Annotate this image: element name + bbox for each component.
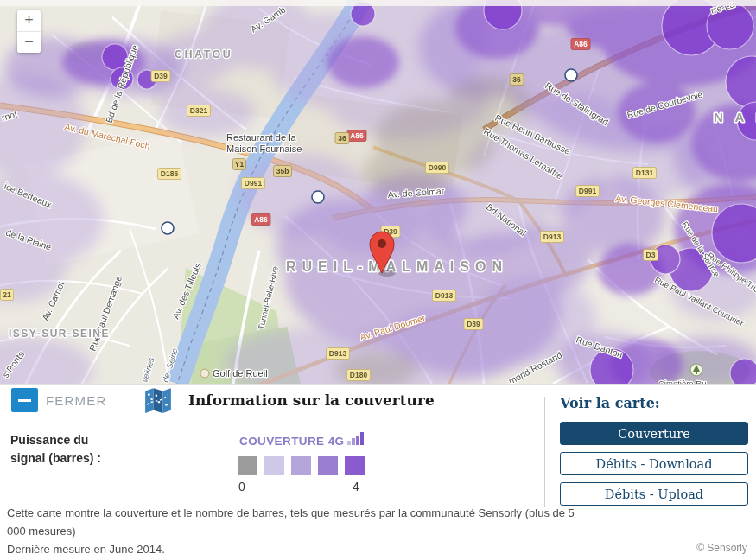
svg-text:A86: A86 [254, 215, 268, 224]
svg-text:21: 21 [3, 290, 11, 299]
minus-icon [18, 399, 31, 402]
coverage-description: Cette carte montre la couverture et le n… [7, 504, 575, 558]
svg-text:D991: D991 [245, 179, 263, 188]
copyright-notice: © Sensorly [696, 542, 747, 554]
description-line-3: Dernière mesure en June 2014. [7, 540, 575, 558]
tree-icon [690, 364, 702, 376]
svg-text:D3: D3 [646, 251, 656, 259]
golf-poi-icon [200, 369, 209, 378]
legend-swatch-3 [318, 456, 338, 475]
legend-swatch-0 [238, 456, 257, 475]
legend-swatch-2 [291, 456, 311, 475]
zoom-in-button[interactable]: + [17, 10, 41, 31]
coverage-legend [238, 456, 365, 475]
svg-text:D39: D39 [467, 320, 480, 328]
map-top-strip [0, 0, 756, 6]
svg-text:36: 36 [338, 134, 346, 143]
svg-text:D913: D913 [435, 291, 454, 300]
close-panel-label[interactable]: FERMER [46, 393, 107, 408]
svg-text:Y1: Y1 [235, 160, 245, 169]
map-zoom-control: + − [17, 10, 41, 53]
description-line-1: Cette carte montre la couverture et le n… [7, 504, 575, 522]
sensorly-coverage-screen: D39 D321 D186 D991 35b A86 D990 36 A86 D… [0, 0, 756, 560]
n-road-badge [162, 222, 174, 234]
svg-text:D913: D913 [329, 349, 347, 358]
zoom-out-button[interactable]: − [17, 31, 41, 53]
svg-text:RUEIL-MALMAISON: RUEIL-MALMAISON [286, 259, 508, 274]
debits-download-button[interactable]: Débits - Download [560, 452, 748, 475]
map-type-sidebar: Voir la carte: Couverture Débits - Downl… [560, 395, 748, 506]
signal-bars-icon [347, 432, 364, 445]
svg-text:36: 36 [512, 75, 521, 84]
svg-text:D990: D990 [429, 163, 447, 172]
svg-text:D991: D991 [579, 187, 597, 195]
svg-text:CHATOU: CHATOU [175, 48, 232, 60]
svg-text:Restaurant de la: Restaurant de la [226, 132, 297, 143]
map-canvas: D39 D321 D186 D991 35b A86 D990 36 A86 D… [0, 0, 756, 384]
panel-title: Information sur la couverture [188, 391, 435, 409]
svg-text:D913: D913 [543, 232, 562, 241]
description-line-2: 000 mesures) [7, 522, 575, 540]
legend-title: COUVERTURE 4G [239, 435, 344, 448]
couverture-button[interactable]: Couverture [560, 422, 748, 445]
vertical-divider [544, 397, 545, 507]
legend-swatch-1 [264, 456, 284, 475]
coverage-info-panel: FERMER Information sur la couverture Pui… [0, 384, 756, 560]
svg-text:A86: A86 [350, 131, 364, 140]
svg-text:D186: D186 [161, 169, 179, 178]
svg-text:35b: 35b [276, 167, 289, 175]
map-icon [143, 386, 173, 414]
signal-strength-label: Puissance du signal (barres) : [10, 431, 118, 468]
svg-text:D39: D39 [154, 72, 168, 80]
svg-text:N A N: N A N [714, 110, 756, 124]
legend-swatch-4 [345, 456, 365, 475]
svg-text:ISSY-SUR-SEINE: ISSY-SUR-SEINE [9, 328, 110, 340]
close-panel-button[interactable] [11, 388, 38, 412]
sidebar-heading: Voir la carte: [560, 395, 748, 411]
legend-scale-max: 4 [353, 480, 359, 493]
coverage-map[interactable]: D39 D321 D186 D991 35b A86 D990 36 A86 D… [0, 0, 756, 384]
svg-text:Golf de Rueil: Golf de Rueil [213, 368, 268, 379]
n-road-badge [565, 69, 577, 81]
legend-scale-min: 0 [238, 480, 245, 493]
svg-text:D321: D321 [190, 106, 208, 115]
svg-text:D131: D131 [636, 169, 654, 177]
svg-text:D180: D180 [350, 371, 368, 379]
debits-upload-button[interactable]: Débits - Upload [560, 482, 748, 506]
svg-text:Maison Fournaise: Maison Fournaise [226, 143, 302, 154]
svg-text:A86: A86 [574, 40, 588, 48]
n-road-badge [312, 191, 324, 203]
